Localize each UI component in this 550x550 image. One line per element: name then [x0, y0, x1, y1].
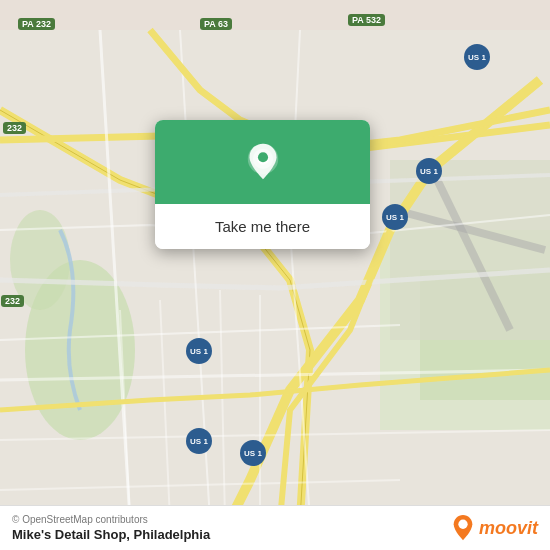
shield-us1-bottom1: US 1	[186, 338, 212, 364]
moovit-logo: moovit	[451, 514, 538, 542]
moovit-pin-icon	[451, 514, 475, 542]
shield-pa532: PA 532	[348, 14, 385, 26]
bottom-info: © OpenStreetMap contributors Mike's Deta…	[12, 514, 210, 542]
popup-header	[155, 120, 370, 204]
svg-point-11	[257, 152, 267, 162]
shield-us1-bottom2: US 1	[186, 428, 212, 454]
location-pin-icon	[241, 142, 285, 186]
location-name: Mike's Detail Shop, Philadelphia	[12, 527, 210, 542]
shield-pa232: PA 232	[18, 18, 55, 30]
shield-232-left: 232	[3, 122, 26, 134]
map-container: PA 232 PA 63 PA 532 US 1 US 1 US 1 232 2…	[0, 0, 550, 550]
location-popup: Take me there	[155, 120, 370, 249]
bottom-bar: © OpenStreetMap contributors Mike's Deta…	[0, 505, 550, 550]
map-background	[0, 0, 550, 550]
attribution-text: © OpenStreetMap contributors	[12, 514, 210, 525]
shield-232-left2: 232	[1, 295, 24, 307]
moovit-text: moovit	[479, 518, 538, 539]
shield-pa63: PA 63	[200, 18, 232, 30]
shield-us1-topright: US 1	[464, 44, 490, 70]
shield-us1-midright: US 1	[416, 158, 442, 184]
shield-us1-bottom3: US 1	[240, 440, 266, 466]
shield-us1-mid2: US 1	[382, 204, 408, 230]
take-me-there-button[interactable]: Take me there	[155, 204, 370, 249]
svg-point-12	[458, 520, 467, 529]
